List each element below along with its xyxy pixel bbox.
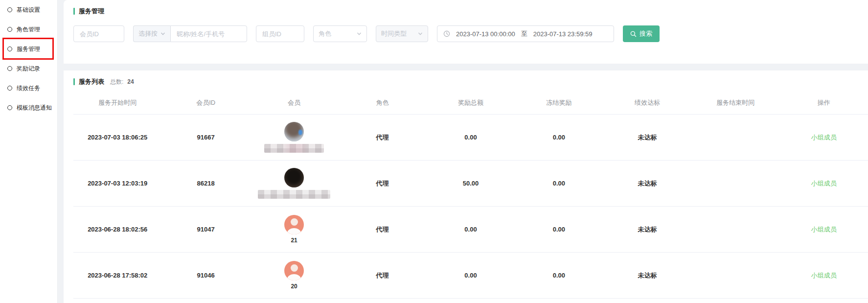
list-title-row: 服务列表 总数: 24 <box>73 77 868 86</box>
section-divider <box>64 64 868 70</box>
column-header: 会员ID <box>161 98 250 107</box>
censored-name-mosaic <box>264 144 324 153</box>
sidebar-item-3[interactable]: 奖励记录 <box>0 59 57 78</box>
cell-frozen-reward: 0.00 <box>515 272 603 279</box>
title-accent-bar <box>73 8 75 15</box>
chevron-down-icon <box>418 31 423 36</box>
cell-frozen-reward: 0.00 <box>515 180 603 187</box>
group-members-link[interactable]: 小组成员 <box>811 180 837 187</box>
sidebar-item-4[interactable]: 绩效任务 <box>0 78 57 98</box>
avatar-head-shape <box>291 264 298 272</box>
member-id-input[interactable] <box>73 25 124 42</box>
cell-member-id: 86218 <box>161 180 250 187</box>
sidebar-item-label: 奖励记录 <box>17 65 40 73</box>
sidebar-item-5[interactable]: 模板消息通知 <box>0 98 57 117</box>
cell-reward-total: 0.00 <box>427 272 515 279</box>
member-avatar-block <box>250 122 338 153</box>
chevron-down-icon <box>160 31 165 36</box>
cell-frozen-reward: 0.00 <box>515 226 603 233</box>
censored-name-mosaic <box>258 190 330 199</box>
cell-role: 代理 <box>338 133 426 142</box>
title-accent-bar <box>73 78 75 85</box>
avatar-head-shape <box>291 218 298 226</box>
date-start-value: 2023-07-13 00:00:00 <box>456 30 515 38</box>
sidebar-menu: 基础设置角色管理服务管理奖励记录绩效任务模板消息通知 <box>0 0 57 117</box>
group-members-link[interactable]: 小组成员 <box>811 134 837 141</box>
date-range-picker[interactable]: 2023-07-13 00:00:00 至 2023-07-13 23:59:5… <box>437 25 614 42</box>
table-body: 2023-07-03 18:06:2591667代理0.000.00未达标小组成… <box>73 115 868 299</box>
filter-panel: 服务管理 选择按 角色 时间类型 <box>64 0 868 64</box>
column-header: 冻结奖励 <box>515 98 603 107</box>
sidebar: 基础设置角色管理服务管理奖励记录绩效任务模板消息通知 <box>0 0 58 303</box>
filter-bar: 选择按 角色 时间类型 <box>73 25 868 42</box>
cell-action: 小组成员 <box>780 225 868 234</box>
avatar-body-shape <box>287 274 301 280</box>
sidebar-item-label: 服务管理 <box>17 45 40 53</box>
member-label: 21 <box>291 237 297 244</box>
blurred-photo-avatar <box>284 168 304 187</box>
app-window: 基础设置角色管理服务管理奖励记录绩效任务模板消息通知 服务管理 选择按 <box>0 0 868 303</box>
member-label: 20 <box>291 283 297 290</box>
cell-role: 代理 <box>338 271 426 280</box>
group-members-link[interactable]: 小组成员 <box>811 272 837 279</box>
avatar-blue-detail <box>298 130 302 135</box>
cell-start-time: 2023-07-03 12:03:19 <box>73 180 161 187</box>
member-avatar-block: 21 <box>250 215 338 244</box>
sidebar-item-0[interactable]: 基础设置 <box>0 0 57 20</box>
main-content: 服务管理 选择按 角色 时间类型 <box>58 0 868 303</box>
default-avatar-icon <box>284 215 304 234</box>
table-header-row: 服务开始时间会员ID会员角色奖励总额冻结奖励绩效达标服务结束时间操作 <box>73 91 868 115</box>
sidebar-item-label: 基础设置 <box>17 6 40 14</box>
group-members-link[interactable]: 小组成员 <box>811 226 837 233</box>
cell-member-id: 91046 <box>161 272 250 279</box>
column-header: 绩效达标 <box>603 98 691 107</box>
nickname-input[interactable] <box>170 25 247 42</box>
date-end-value: 2023-07-13 23:59:59 <box>533 30 593 38</box>
sidebar-item-label: 模板消息通知 <box>17 104 52 112</box>
column-header: 服务开始时间 <box>73 98 161 107</box>
sidebar-item-2[interactable]: 服务管理 <box>0 39 57 59</box>
list-total-label: 总数: <box>110 78 123 86</box>
cell-role: 代理 <box>338 225 426 234</box>
cell-action: 小组成员 <box>780 271 868 280</box>
column-header: 奖励总额 <box>427 98 515 107</box>
service-list-panel: 服务列表 总数: 24 服务开始时间会员ID会员角色奖励总额冻结奖励绩效达标服务… <box>64 70 868 303</box>
cell-member-id: 91667 <box>161 134 250 141</box>
search-by-combo: 选择按 <box>133 25 247 42</box>
sidebar-item-label: 角色管理 <box>17 25 40 34</box>
cell-frozen-reward: 0.00 <box>515 134 603 141</box>
avatar-blur-layer <box>284 168 304 187</box>
member-avatar-block: 20 <box>250 261 338 290</box>
sidebar-item-label: 绩效任务 <box>17 84 40 93</box>
page-title-row: 服务管理 <box>73 7 868 16</box>
column-header: 服务结束时间 <box>691 98 779 107</box>
table-row: 2023-07-03 18:06:2591667代理0.000.00未达标小组成… <box>73 115 868 161</box>
default-avatar-icon <box>284 261 304 280</box>
group-member-id-input[interactable] <box>256 25 304 42</box>
cell-performance: 未达标 <box>603 179 691 188</box>
cell-member: 20 <box>250 261 338 290</box>
cell-member <box>250 168 338 199</box>
sidebar-item-1[interactable]: 角色管理 <box>0 20 57 39</box>
circle-bullet-icon <box>7 7 12 12</box>
time-type-select[interactable]: 时间类型 <box>376 25 428 42</box>
page-title: 服务管理 <box>79 7 104 16</box>
cell-performance: 未达标 <box>603 133 691 142</box>
circle-bullet-icon <box>7 66 12 71</box>
avatar-body-shape <box>287 228 301 234</box>
list-total-value: 24 <box>127 78 134 85</box>
search-icon <box>630 31 637 37</box>
member-avatar-block <box>250 168 338 199</box>
select-by-dropdown[interactable]: 选择按 <box>133 25 170 42</box>
circle-bullet-icon <box>7 105 12 110</box>
cell-reward-total: 0.00 <box>427 134 515 141</box>
column-header: 角色 <box>338 98 426 107</box>
cell-start-time: 2023-06-28 17:58:02 <box>73 272 161 279</box>
table-row: 2023-07-03 12:03:1986218代理50.000.00未达标小组… <box>73 161 868 207</box>
role-select[interactable]: 角色 <box>313 25 367 42</box>
cell-performance: 未达标 <box>603 225 691 234</box>
cell-action: 小组成员 <box>780 133 868 142</box>
search-button[interactable]: 搜索 <box>623 25 660 42</box>
cell-reward-total: 50.00 <box>427 180 515 187</box>
circle-bullet-icon <box>7 86 12 91</box>
